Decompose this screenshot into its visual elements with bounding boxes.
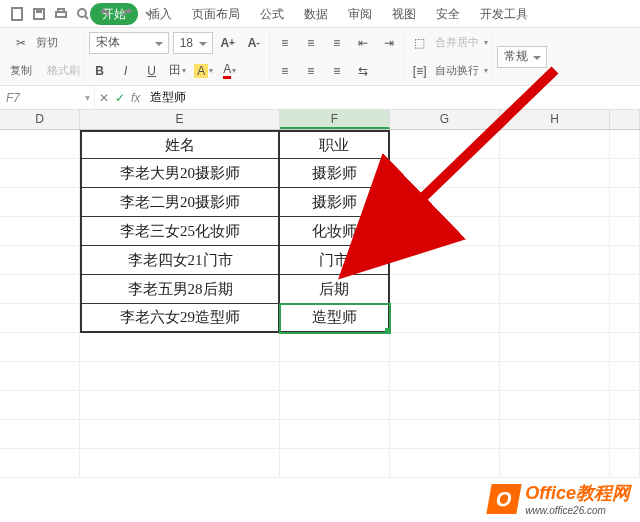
tab-data[interactable]: 数据 <box>294 0 338 28</box>
col-header-e[interactable]: E <box>80 110 280 129</box>
tab-devtools[interactable]: 开发工具 <box>470 0 538 28</box>
merge-icon[interactable]: ⬚ <box>409 32 431 54</box>
confirm-icon[interactable]: ✓ <box>115 91 125 105</box>
cell[interactable] <box>390 304 500 333</box>
cell[interactable] <box>280 449 390 478</box>
blank-icon[interactable] <box>8 5 26 23</box>
cell[interactable] <box>0 449 80 478</box>
cell[interactable] <box>500 362 610 391</box>
redo-icon[interactable] <box>118 5 136 23</box>
orientation-icon[interactable]: ⇆ <box>352 60 374 82</box>
cell[interactable] <box>0 159 80 188</box>
cell[interactable]: 李老三女25化妆师 <box>80 217 280 246</box>
cell[interactable] <box>280 362 390 391</box>
wrap-icon[interactable]: [≡] <box>409 60 431 82</box>
cell[interactable] <box>390 362 500 391</box>
cell[interactable] <box>390 333 500 362</box>
cell[interactable] <box>390 130 500 159</box>
align-left-icon[interactable]: ≡ <box>274 60 296 82</box>
italic-button[interactable]: I <box>115 60 137 82</box>
cell[interactable] <box>390 188 500 217</box>
cell[interactable] <box>80 333 280 362</box>
wrap-label[interactable]: 自动换行 <box>435 63 479 78</box>
col-header-f[interactable]: F <box>280 110 390 129</box>
cell[interactable] <box>500 420 610 449</box>
tab-view[interactable]: 视图 <box>382 0 426 28</box>
undo-icon[interactable] <box>96 5 114 23</box>
cell[interactable] <box>610 217 640 246</box>
cell[interactable] <box>0 391 80 420</box>
cell[interactable] <box>610 391 640 420</box>
cell[interactable] <box>280 420 390 449</box>
cell[interactable] <box>0 333 80 362</box>
cell[interactable] <box>390 159 500 188</box>
cell[interactable] <box>0 130 80 159</box>
border-button[interactable]: 田▾ <box>167 60 189 82</box>
cell[interactable] <box>500 391 610 420</box>
scissors-icon[interactable]: ✂ <box>10 32 32 54</box>
fill-color-button[interactable]: A▾ <box>193 60 215 82</box>
tab-formula[interactable]: 公式 <box>250 0 294 28</box>
col-header-h[interactable]: H <box>500 110 610 129</box>
font-color-button[interactable]: A▾ <box>219 60 241 82</box>
align-center-icon[interactable]: ≡ <box>300 60 322 82</box>
formula-input[interactable]: 造型师 <box>144 89 640 106</box>
col-header-g[interactable]: G <box>390 110 500 129</box>
font-name-combo[interactable]: 宋体 <box>89 32 169 54</box>
cell[interactable] <box>80 449 280 478</box>
cell[interactable] <box>610 304 640 333</box>
cell[interactable] <box>610 130 640 159</box>
cell[interactable] <box>500 449 610 478</box>
print-icon[interactable] <box>52 5 70 23</box>
preview-icon[interactable] <box>74 5 92 23</box>
cell[interactable] <box>500 159 610 188</box>
cell[interactable] <box>0 362 80 391</box>
active-cell[interactable]: 造型师 <box>280 304 390 333</box>
cell[interactable] <box>0 304 80 333</box>
align-bottom-icon[interactable]: ≡ <box>326 32 348 54</box>
cell[interactable] <box>500 304 610 333</box>
align-top-icon[interactable]: ≡ <box>274 32 296 54</box>
copy-label[interactable]: 复制 <box>10 63 32 78</box>
grow-font-button[interactable]: A+ <box>217 32 239 54</box>
align-right-icon[interactable]: ≡ <box>326 60 348 82</box>
cell[interactable] <box>610 246 640 275</box>
cell[interactable] <box>610 275 640 304</box>
cell[interactable] <box>500 217 610 246</box>
align-middle-icon[interactable]: ≡ <box>300 32 322 54</box>
cell[interactable] <box>80 391 280 420</box>
cell[interactable] <box>390 246 500 275</box>
indent-decrease-icon[interactable]: ⇤ <box>352 32 374 54</box>
tab-security[interactable]: 安全 <box>426 0 470 28</box>
tab-review[interactable]: 审阅 <box>338 0 382 28</box>
cut-label[interactable]: 剪切 <box>36 35 58 50</box>
cell[interactable] <box>610 420 640 449</box>
bold-button[interactable]: B <box>89 60 111 82</box>
cell[interactable]: 李老大男20摄影师 <box>80 159 280 188</box>
cell[interactable] <box>0 246 80 275</box>
shrink-font-button[interactable]: A- <box>243 32 265 54</box>
cell[interactable] <box>390 391 500 420</box>
cell[interactable] <box>0 420 80 449</box>
font-size-combo[interactable]: 18 <box>173 32 213 54</box>
cell[interactable] <box>390 420 500 449</box>
cell[interactable] <box>280 391 390 420</box>
cell[interactable]: 李老四女21门市 <box>80 246 280 275</box>
cell[interactable] <box>80 420 280 449</box>
cell[interactable] <box>390 217 500 246</box>
indent-increase-icon[interactable]: ⇥ <box>378 32 400 54</box>
cell[interactable]: 李老二男20摄影师 <box>80 188 280 217</box>
dropdown-icon[interactable] <box>140 5 158 23</box>
namebox-dropdown-icon[interactable]: ▾ <box>80 92 94 103</box>
cell[interactable]: 后期 <box>280 275 390 304</box>
cell[interactable] <box>500 275 610 304</box>
cell[interactable]: 门市 <box>280 246 390 275</box>
cell[interactable] <box>80 362 280 391</box>
name-box[interactable]: F7 <box>0 91 80 105</box>
cell-header-name[interactable]: 姓名 <box>80 130 280 159</box>
underline-button[interactable]: U <box>141 60 163 82</box>
cell[interactable] <box>0 275 80 304</box>
cell[interactable]: 李老六女29造型师 <box>80 304 280 333</box>
cell[interactable] <box>390 275 500 304</box>
number-format-combo[interactable]: 常规 <box>497 46 547 68</box>
